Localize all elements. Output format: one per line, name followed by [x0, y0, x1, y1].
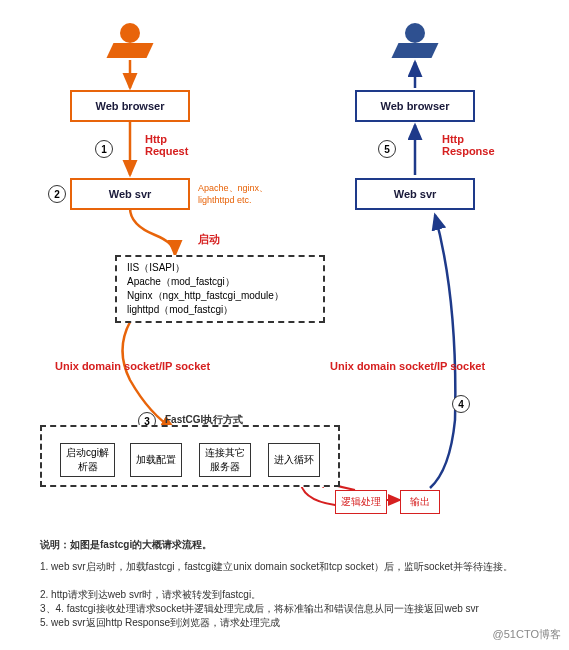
foot-2: 2. http请求到达web svr时，请求被转发到fastcgi。 — [40, 588, 530, 602]
socket-right-label: Unix domain socket/IP socket — [330, 360, 485, 372]
fastcgi-title: FastCGI执行方式 — [165, 413, 243, 427]
foot-4: 5. web svr返回http Response到浏览器，请求处理完成 — [40, 616, 530, 630]
note-label: 说明：如图是fastcgi的大概请求流程。 — [40, 538, 212, 552]
right-websvr: Web svr — [355, 178, 475, 210]
fastcgi-step4: 进入循环 — [268, 443, 320, 477]
http-response-label: Http Response — [442, 133, 495, 157]
user-icon-right — [390, 18, 440, 58]
step-4: 4 — [452, 395, 470, 413]
fastcgi-logic: 逻辑处理 — [335, 490, 387, 514]
foot-1: 1. web svr启动时，加载fastcgi，fastcgi建立unix do… — [40, 560, 530, 574]
right-browser: Web browser — [355, 90, 475, 122]
fastcgi-step3: 连接其它服务器 — [199, 443, 251, 477]
startup-label: 启动 — [198, 232, 220, 247]
fastcgi-step1: 启动cgi解析器 — [60, 443, 115, 477]
left-websvr: Web svr — [70, 178, 190, 210]
foot-3: 3、4. fastcgi接收处理请求socket并逻辑处理完成后，将标准输出和错… — [40, 602, 530, 616]
fastcgi-step2: 加载配置 — [130, 443, 182, 477]
step-2: 2 — [48, 185, 66, 203]
socket-left-label: Unix domain socket/IP socket — [55, 360, 210, 372]
left-browser: Web browser — [70, 90, 190, 122]
svr-note: Apache、nginx、 lighthttpd etc. — [198, 182, 268, 205]
fastcgi-output: 输出 — [400, 490, 440, 514]
http-request-label: Http Request — [145, 133, 188, 157]
watermark: @51CTO博客 — [493, 627, 561, 642]
user-icon-left — [105, 18, 155, 58]
step-1: 1 — [95, 140, 113, 158]
modules-box: IIS（ISAPI） Apache（mod_fastcgi） Nginx（ngx… — [115, 255, 325, 323]
step-5: 5 — [378, 140, 396, 158]
